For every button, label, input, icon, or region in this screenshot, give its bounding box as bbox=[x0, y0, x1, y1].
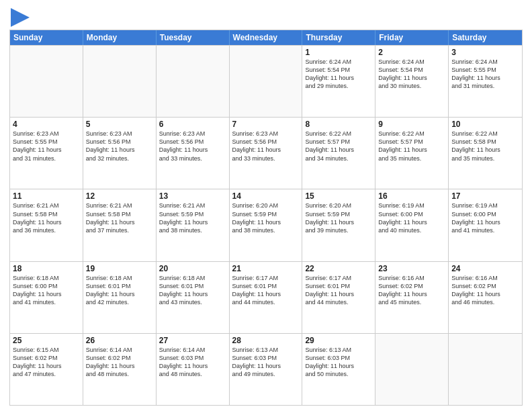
cell-sun-info: Sunrise: 6:23 AM Sunset: 5:56 PM Dayligh… bbox=[159, 130, 226, 163]
cell-sun-info: Sunrise: 6:14 AM Sunset: 6:03 PM Dayligh… bbox=[159, 346, 226, 379]
logo-icon bbox=[11, 8, 30, 27]
calendar-week-row: 1Sunrise: 6:24 AM Sunset: 5:54 PM Daylig… bbox=[10, 45, 522, 117]
calendar-header-row: SundayMondayTuesdayWednesdayThursdayFrid… bbox=[10, 30, 522, 45]
calendar-header-cell: Monday bbox=[83, 30, 157, 45]
day-number: 4 bbox=[13, 120, 80, 129]
calendar-cell bbox=[230, 46, 303, 117]
calendar-header-cell: Saturday bbox=[449, 30, 522, 45]
day-number: 9 bbox=[378, 120, 445, 129]
calendar-cell bbox=[375, 334, 449, 405]
calendar-cell: 3Sunrise: 6:24 AM Sunset: 5:55 PM Daylig… bbox=[449, 46, 522, 117]
day-number: 19 bbox=[86, 264, 153, 273]
cell-sun-info: Sunrise: 6:19 AM Sunset: 6:00 PM Dayligh… bbox=[451, 201, 519, 234]
calendar-cell bbox=[10, 46, 83, 117]
cell-sun-info: Sunrise: 6:22 AM Sunset: 5:57 PM Dayligh… bbox=[305, 130, 372, 163]
cell-sun-info: Sunrise: 6:23 AM Sunset: 5:56 PM Dayligh… bbox=[86, 130, 153, 163]
day-number: 22 bbox=[305, 264, 372, 273]
day-number: 29 bbox=[305, 336, 372, 345]
cell-sun-info: Sunrise: 6:22 AM Sunset: 5:57 PM Dayligh… bbox=[378, 130, 445, 163]
calendar-cell: 6Sunrise: 6:23 AM Sunset: 5:56 PM Daylig… bbox=[157, 118, 230, 189]
calendar-header-cell: Tuesday bbox=[157, 30, 230, 45]
cell-sun-info: Sunrise: 6:20 AM Sunset: 5:59 PM Dayligh… bbox=[305, 201, 372, 234]
day-number: 26 bbox=[86, 336, 153, 345]
day-number: 2 bbox=[378, 48, 445, 57]
calendar-cell: 8Sunrise: 6:22 AM Sunset: 5:57 PM Daylig… bbox=[302, 118, 375, 189]
logo bbox=[9, 9, 30, 27]
calendar-cell: 29Sunrise: 6:13 AM Sunset: 6:03 PM Dayli… bbox=[302, 334, 375, 405]
day-number: 5 bbox=[86, 120, 153, 129]
cell-sun-info: Sunrise: 6:24 AM Sunset: 5:54 PM Dayligh… bbox=[305, 58, 372, 91]
calendar-cell: 27Sunrise: 6:14 AM Sunset: 6:03 PM Dayli… bbox=[157, 334, 230, 405]
cell-sun-info: Sunrise: 6:13 AM Sunset: 6:03 PM Dayligh… bbox=[232, 346, 300, 379]
calendar-cell: 12Sunrise: 6:21 AM Sunset: 5:58 PM Dayli… bbox=[83, 189, 157, 261]
calendar-header-cell: Friday bbox=[375, 30, 449, 45]
calendar-cell: 9Sunrise: 6:22 AM Sunset: 5:57 PM Daylig… bbox=[375, 118, 449, 189]
day-number: 1 bbox=[305, 48, 372, 57]
header bbox=[9, 7, 523, 27]
cell-sun-info: Sunrise: 6:16 AM Sunset: 6:02 PM Dayligh… bbox=[451, 274, 519, 307]
day-number: 18 bbox=[13, 264, 80, 273]
day-number: 8 bbox=[305, 120, 372, 129]
cell-sun-info: Sunrise: 6:16 AM Sunset: 6:02 PM Dayligh… bbox=[378, 274, 445, 307]
cell-sun-info: Sunrise: 6:21 AM Sunset: 5:59 PM Dayligh… bbox=[159, 201, 226, 234]
day-number: 15 bbox=[305, 191, 372, 201]
calendar-cell: 11Sunrise: 6:21 AM Sunset: 5:58 PM Dayli… bbox=[10, 189, 83, 261]
day-number: 20 bbox=[159, 264, 226, 273]
calendar-cell: 18Sunrise: 6:18 AM Sunset: 6:00 PM Dayli… bbox=[10, 262, 83, 333]
calendar-header-cell: Thursday bbox=[302, 30, 375, 45]
day-number: 16 bbox=[378, 191, 445, 201]
cell-sun-info: Sunrise: 6:24 AM Sunset: 5:54 PM Dayligh… bbox=[378, 58, 445, 91]
day-number: 21 bbox=[232, 264, 300, 273]
calendar-cell: 24Sunrise: 6:16 AM Sunset: 6:02 PM Dayli… bbox=[449, 262, 522, 333]
calendar-cell: 5Sunrise: 6:23 AM Sunset: 5:56 PM Daylig… bbox=[83, 118, 157, 189]
day-number: 17 bbox=[451, 191, 519, 201]
calendar-cell bbox=[157, 46, 230, 117]
day-number: 11 bbox=[13, 191, 80, 201]
day-number: 27 bbox=[159, 336, 226, 345]
cell-sun-info: Sunrise: 6:23 AM Sunset: 5:55 PM Dayligh… bbox=[13, 130, 80, 163]
calendar-cell: 25Sunrise: 6:15 AM Sunset: 6:02 PM Dayli… bbox=[10, 334, 83, 405]
calendar-cell: 21Sunrise: 6:17 AM Sunset: 6:01 PM Dayli… bbox=[230, 262, 303, 333]
cell-sun-info: Sunrise: 6:18 AM Sunset: 6:01 PM Dayligh… bbox=[159, 274, 226, 307]
day-number: 14 bbox=[232, 191, 300, 201]
cell-sun-info: Sunrise: 6:20 AM Sunset: 5:59 PM Dayligh… bbox=[232, 201, 300, 234]
day-number: 25 bbox=[13, 336, 80, 345]
day-number: 23 bbox=[378, 264, 445, 273]
day-number: 28 bbox=[232, 336, 300, 345]
day-number: 12 bbox=[86, 191, 153, 201]
calendar-cell: 23Sunrise: 6:16 AM Sunset: 6:02 PM Dayli… bbox=[375, 262, 449, 333]
calendar: SundayMondayTuesdayWednesdayThursdayFrid… bbox=[9, 30, 523, 406]
day-number: 13 bbox=[159, 191, 226, 201]
calendar-cell bbox=[83, 46, 157, 117]
calendar-week-row: 25Sunrise: 6:15 AM Sunset: 6:02 PM Dayli… bbox=[10, 333, 522, 405]
calendar-cell: 4Sunrise: 6:23 AM Sunset: 5:55 PM Daylig… bbox=[10, 118, 83, 189]
calendar-cell: 19Sunrise: 6:18 AM Sunset: 6:01 PM Dayli… bbox=[83, 262, 157, 333]
day-number: 7 bbox=[232, 120, 300, 129]
calendar-cell bbox=[449, 334, 522, 405]
page: SundayMondayTuesdayWednesdayThursdayFrid… bbox=[0, 0, 532, 411]
calendar-header-cell: Sunday bbox=[10, 30, 83, 45]
cell-sun-info: Sunrise: 6:15 AM Sunset: 6:02 PM Dayligh… bbox=[13, 346, 80, 379]
cell-sun-info: Sunrise: 6:13 AM Sunset: 6:03 PM Dayligh… bbox=[305, 346, 372, 379]
cell-sun-info: Sunrise: 6:17 AM Sunset: 6:01 PM Dayligh… bbox=[232, 274, 300, 307]
day-number: 6 bbox=[159, 120, 226, 129]
cell-sun-info: Sunrise: 6:18 AM Sunset: 6:01 PM Dayligh… bbox=[86, 274, 153, 307]
svg-marker-0 bbox=[11, 8, 30, 27]
calendar-cell: 17Sunrise: 6:19 AM Sunset: 6:00 PM Dayli… bbox=[449, 189, 522, 261]
calendar-cell: 22Sunrise: 6:17 AM Sunset: 6:01 PM Dayli… bbox=[302, 262, 375, 333]
calendar-cell: 10Sunrise: 6:22 AM Sunset: 5:58 PM Dayli… bbox=[449, 118, 522, 189]
calendar-cell: 2Sunrise: 6:24 AM Sunset: 5:54 PM Daylig… bbox=[375, 46, 449, 117]
cell-sun-info: Sunrise: 6:22 AM Sunset: 5:58 PM Dayligh… bbox=[451, 130, 519, 163]
calendar-week-row: 18Sunrise: 6:18 AM Sunset: 6:00 PM Dayli… bbox=[10, 261, 522, 333]
calendar-cell: 20Sunrise: 6:18 AM Sunset: 6:01 PM Dayli… bbox=[157, 262, 230, 333]
calendar-cell: 16Sunrise: 6:19 AM Sunset: 6:00 PM Dayli… bbox=[375, 189, 449, 261]
cell-sun-info: Sunrise: 6:24 AM Sunset: 5:55 PM Dayligh… bbox=[451, 58, 519, 91]
day-number: 10 bbox=[451, 120, 519, 129]
calendar-cell: 13Sunrise: 6:21 AM Sunset: 5:59 PM Dayli… bbox=[157, 189, 230, 261]
calendar-body: 1Sunrise: 6:24 AM Sunset: 5:54 PM Daylig… bbox=[10, 45, 522, 405]
day-number: 3 bbox=[451, 48, 519, 57]
calendar-cell: 26Sunrise: 6:14 AM Sunset: 6:02 PM Dayli… bbox=[83, 334, 157, 405]
day-number: 24 bbox=[451, 264, 519, 273]
calendar-week-row: 11Sunrise: 6:21 AM Sunset: 5:58 PM Dayli… bbox=[10, 189, 522, 261]
cell-sun-info: Sunrise: 6:21 AM Sunset: 5:58 PM Dayligh… bbox=[86, 201, 153, 234]
